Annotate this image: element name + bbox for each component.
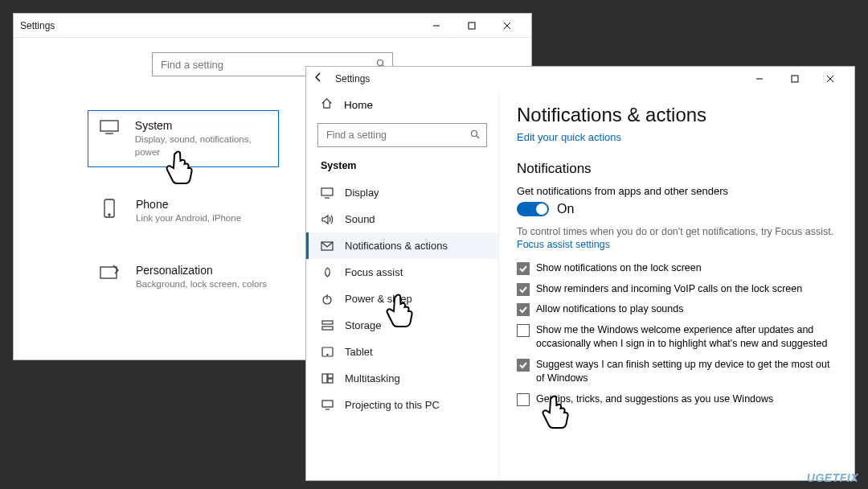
- svg-rect-23: [322, 327, 333, 330]
- svg-rect-27: [328, 374, 333, 378]
- home-icon: [321, 97, 333, 112]
- checkbox-row[interactable]: Get tips, tricks, and suggestions as you…: [517, 392, 835, 407]
- sidebar-search[interactable]: [317, 123, 487, 147]
- titlebar: Settings: [14, 14, 531, 38]
- nav-label: Display: [345, 187, 379, 199]
- close-button[interactable]: [489, 14, 525, 38]
- page-title: Notifications & actions: [517, 104, 835, 126]
- tile-subtitle: Display, sound, notifications, power: [135, 134, 268, 158]
- window-controls: [742, 67, 848, 91]
- search-icon: [470, 128, 480, 142]
- checkbox-label: Get tips, tricks, and suggestions as you…: [536, 392, 773, 407]
- sidebar-search-field[interactable]: [325, 129, 470, 142]
- nav-power-sleep[interactable]: Power & sleep: [306, 286, 498, 312]
- svg-point-25: [326, 354, 327, 355]
- power-icon: [321, 294, 334, 305]
- focus-assist-icon: [321, 266, 334, 278]
- svg-rect-17: [321, 188, 333, 195]
- checkbox[interactable]: [517, 324, 530, 337]
- nav-focus-assist[interactable]: Focus assist: [306, 259, 498, 286]
- svg-point-4: [378, 60, 383, 66]
- tile-phone[interactable]: Phone Link your Android, iPhone: [88, 190, 279, 233]
- storage-icon: [321, 320, 334, 331]
- sidebar-group-label: System: [306, 155, 498, 179]
- nav-storage[interactable]: Storage: [306, 312, 498, 339]
- settings-system-window: Settings Home System Display Sou: [305, 66, 855, 481]
- titlebar: Settings: [306, 67, 854, 91]
- tile-subtitle: Link your Android, iPhone: [136, 212, 241, 225]
- sidebar: Home System Display Sound Notifications …: [306, 91, 499, 480]
- checkbox-label: Show notifications on the lock screen: [536, 261, 702, 276]
- svg-rect-26: [322, 374, 327, 383]
- svg-line-16: [477, 136, 479, 138]
- watermark: UGETFIX: [807, 471, 858, 484]
- checkbox-label: Suggest ways I can finish setting up my …: [536, 358, 835, 386]
- svg-rect-29: [322, 401, 333, 407]
- home-label: Home: [344, 99, 373, 111]
- focus-hint-text: To control times when you do or don't ge…: [517, 224, 835, 239]
- tablet-icon: [321, 347, 334, 357]
- checkbox-label: Show reminders and incoming VoIP calls o…: [536, 282, 802, 297]
- checkbox[interactable]: [517, 283, 530, 296]
- edit-quick-actions-link[interactable]: Edit your quick actions: [517, 131, 835, 143]
- nav-projecting[interactable]: Projecting to this PC: [306, 392, 498, 418]
- checkbox-row[interactable]: Suggest ways I can finish setting up my …: [517, 358, 835, 386]
- phone-icon: [97, 198, 121, 219]
- tile-title: System: [135, 119, 268, 132]
- nav-display[interactable]: Display: [306, 179, 498, 206]
- svg-rect-1: [469, 23, 475, 29]
- notifications-toggle[interactable]: [517, 202, 549, 216]
- tile-title: Phone: [136, 198, 241, 211]
- nav-home[interactable]: Home: [306, 94, 498, 118]
- nav-label: Focus assist: [345, 266, 403, 278]
- nav-multitasking[interactable]: Multitasking: [306, 365, 498, 392]
- sound-icon: [321, 214, 334, 225]
- nav-label: Projecting to this PC: [345, 399, 440, 411]
- personalization-icon: [97, 264, 121, 281]
- svg-rect-10: [100, 267, 117, 278]
- nav-label: Multitasking: [345, 372, 400, 384]
- checkbox[interactable]: [517, 303, 530, 316]
- back-button[interactable]: [313, 72, 327, 86]
- checkbox-row[interactable]: Show reminders and incoming VoIP calls o…: [517, 282, 835, 297]
- svg-rect-8: [104, 199, 114, 217]
- display-icon: [321, 187, 334, 199]
- close-button[interactable]: [813, 67, 848, 91]
- nav-label: Power & sleep: [345, 293, 412, 305]
- notifications-heading: Notifications: [517, 161, 835, 177]
- svg-point-9: [108, 214, 110, 216]
- checkbox-row[interactable]: Show me the Windows welcome experience a…: [517, 323, 835, 351]
- minimize-button[interactable]: [742, 67, 777, 91]
- nav-notifications-actions[interactable]: Notifications & actions: [306, 232, 498, 259]
- svg-rect-28: [328, 379, 333, 383]
- checkbox-row[interactable]: Show notifications on the lock screen: [517, 261, 835, 276]
- tile-personalization[interactable]: Personalization Background, lock screen,…: [88, 256, 279, 299]
- tile-subtitle: Background, lock screen, colors: [136, 278, 267, 291]
- focus-assist-settings-link[interactable]: Focus assist settings: [517, 239, 835, 250]
- nav-label: Tablet: [345, 346, 373, 358]
- projecting-icon: [321, 400, 334, 410]
- window-controls: [419, 14, 525, 38]
- window-title: Settings: [335, 73, 370, 84]
- checkbox[interactable]: [517, 393, 530, 406]
- minimize-button[interactable]: [419, 14, 454, 38]
- toggle-state-label: On: [557, 202, 574, 216]
- checkbox[interactable]: [517, 359, 530, 372]
- maximize-button[interactable]: [454, 14, 489, 38]
- nav-sound[interactable]: Sound: [306, 206, 498, 232]
- system-icon: [98, 119, 121, 135]
- nav-tablet[interactable]: Tablet: [306, 339, 498, 365]
- tile-system[interactable]: System Display, sound, notifications, po…: [88, 110, 279, 167]
- nav-label: Sound: [345, 213, 375, 225]
- checkbox-row[interactable]: Allow notifications to play sounds: [517, 302, 835, 317]
- svg-point-15: [472, 131, 477, 137]
- checkbox-label: Allow notifications to play sounds: [536, 302, 683, 317]
- tile-title: Personalization: [136, 264, 267, 277]
- maximize-button[interactable]: [777, 67, 813, 91]
- window-title: Settings: [20, 20, 55, 31]
- get-notifications-label: Get notifications from apps and other se…: [517, 185, 835, 197]
- svg-rect-6: [100, 121, 118, 131]
- multitasking-icon: [321, 373, 334, 384]
- checkbox[interactable]: [517, 262, 530, 275]
- checkbox-label: Show me the Windows welcome experience a…: [536, 323, 835, 351]
